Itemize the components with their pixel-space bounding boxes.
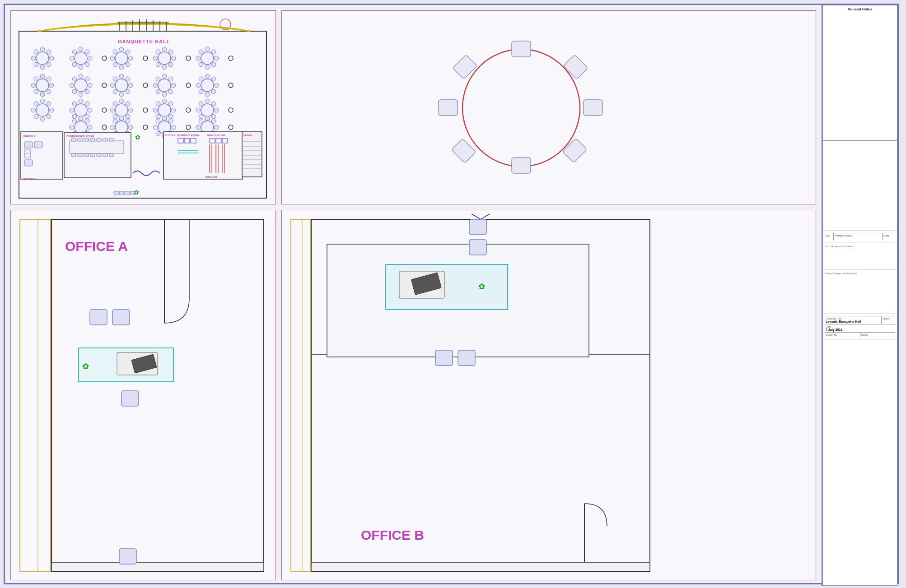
- svg-rect-292: [435, 350, 453, 366]
- svg-point-21: [75, 52, 87, 65]
- svg-rect-267: [51, 219, 264, 571]
- office-b-svg: ✿ OFFICE B: [282, 210, 816, 580]
- svg-point-28: [70, 56, 74, 60]
- drawing-title-cell: Drawing Title Layouts-Banquette Hall: [825, 316, 882, 324]
- title-block: General Notes No. Revision/Issue Date: [822, 5, 897, 586]
- svg-point-142: [171, 108, 176, 112]
- svg-point-128: [102, 108, 107, 112]
- drawn-by-label: Drawn By: [826, 333, 859, 336]
- svg-rect-277: [121, 391, 139, 406]
- svg-point-83: [128, 83, 133, 88]
- svg-point-160: [79, 116, 83, 120]
- svg-rect-287: [469, 240, 486, 255]
- svg-point-88: [113, 77, 117, 81]
- svg-point-58: [196, 56, 201, 60]
- svg-point-258: [462, 49, 580, 167]
- svg-point-90: [158, 79, 171, 92]
- svg-text:OFFICE A: OFFICE A: [65, 239, 128, 254]
- svg-rect-297: [311, 562, 650, 571]
- svg-point-56: [205, 65, 210, 69]
- svg-point-102: [211, 77, 216, 81]
- svg-point-40: [143, 56, 148, 60]
- date-value: 7 July 2018: [826, 328, 894, 331]
- svg-point-57: [199, 62, 203, 67]
- svg-text:WOMEN'S ROOM: WOMEN'S ROOM: [177, 134, 199, 137]
- svg-point-78: [72, 77, 77, 81]
- svg-point-12: [36, 52, 49, 65]
- svg-point-29: [72, 50, 77, 54]
- svg-point-130: [119, 99, 124, 103]
- svg-point-13: [40, 47, 45, 51]
- svg-rect-225: [163, 132, 243, 179]
- svg-point-122: [88, 108, 92, 112]
- svg-point-152: [214, 108, 219, 112]
- svg-point-37: [113, 62, 117, 67]
- svg-point-89: [143, 83, 148, 88]
- svg-point-67: [34, 89, 38, 94]
- outer-border: BANQUETTE HALL: [4, 4, 899, 584]
- drawing-title-row: Drawing Title Layouts-Banquette Hall She…: [825, 316, 895, 324]
- svg-point-46: [162, 65, 167, 69]
- svg-rect-255: [119, 191, 124, 195]
- svg-rect-256: [125, 191, 129, 195]
- svg-point-79: [102, 83, 107, 88]
- svg-point-162: [88, 125, 92, 130]
- svg-point-32: [119, 47, 124, 51]
- svg-point-50: [186, 56, 191, 60]
- svg-point-188: [186, 125, 191, 130]
- svg-point-172: [128, 125, 133, 130]
- svg-point-94: [168, 89, 173, 94]
- svg-text:✿: ✿: [478, 282, 485, 291]
- svg-rect-218: [78, 153, 82, 157]
- svg-text:✿: ✿: [82, 362, 89, 371]
- svg-point-85: [119, 92, 124, 97]
- svg-point-82: [126, 77, 130, 81]
- svg-point-100: [201, 79, 214, 92]
- svg-point-64: [49, 83, 54, 88]
- svg-point-181: [168, 119, 173, 123]
- svg-point-167: [72, 119, 77, 123]
- svg-point-133: [126, 114, 130, 119]
- svg-point-126: [70, 108, 74, 112]
- general-notes-section: General Notes: [823, 5, 897, 141]
- svg-rect-220: [90, 153, 95, 157]
- svg-point-34: [128, 56, 133, 60]
- svg-point-42: [162, 47, 167, 51]
- svg-rect-221: [97, 153, 101, 157]
- svg-point-112: [47, 102, 51, 106]
- svg-rect-265: [439, 100, 458, 116]
- svg-point-15: [49, 56, 54, 60]
- svg-point-19: [31, 56, 36, 60]
- svg-rect-295: [291, 219, 310, 571]
- svg-point-95: [162, 92, 167, 97]
- svg-point-114: [47, 114, 51, 119]
- svg-point-74: [85, 89, 89, 94]
- drawing-area: BANQUETTE HALL: [5, 5, 824, 586]
- svg-point-16: [47, 62, 51, 67]
- svg-rect-211: [78, 138, 82, 141]
- svg-point-177: [113, 119, 117, 123]
- svg-point-39: [113, 50, 117, 54]
- svg-rect-285: [469, 219, 486, 235]
- svg-rect-205: [24, 160, 33, 166]
- svg-point-80: [115, 79, 128, 92]
- drawn-by-row: Drawn By Notes: [825, 332, 895, 337]
- rev-no-1: [825, 238, 834, 240]
- svg-point-22: [79, 47, 83, 51]
- rev-date-1: [883, 238, 895, 240]
- svg-rect-202: [34, 142, 42, 148]
- svg-rect-278: [51, 562, 264, 571]
- svg-point-17: [40, 65, 45, 69]
- notes-cell: Notes: [860, 333, 896, 337]
- svg-point-159: [75, 121, 87, 134]
- svg-point-138: [143, 108, 148, 112]
- svg-point-93: [171, 83, 176, 88]
- svg-point-123: [85, 114, 89, 119]
- svg-rect-261: [584, 100, 602, 116]
- svg-point-76: [72, 89, 77, 94]
- quadrant-office-b: ✿ OFFICE B: [281, 210, 816, 580]
- svg-point-62: [40, 74, 45, 79]
- svg-rect-212: [84, 138, 89, 141]
- svg-text:✿: ✿: [135, 134, 140, 141]
- svg-text:CONFERENCE ROOM: CONFERENCE ROOM: [66, 135, 94, 138]
